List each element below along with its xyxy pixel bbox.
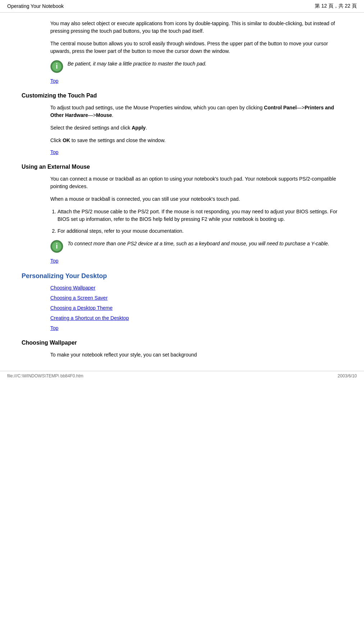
top-link-2[interactable]: Top — [50, 149, 59, 155]
section2-para2: When a mouse or trackball is connected, … — [50, 195, 342, 203]
page-title: Operating Your Notebook — [7, 3, 64, 9]
link-creating-shortcut[interactable]: Creating a Shortcut on the Desktop — [50, 315, 342, 321]
link-choosing-desktop-theme[interactable]: Choosing a Desktop Theme — [50, 305, 342, 311]
bold-mouse: Mouse — [96, 112, 112, 118]
page-header: Operating Your Notebook 第 12 頁，共 22 頁 — [0, 0, 364, 13]
svg-text:i: i — [56, 62, 58, 70]
top-link-4[interactable]: Top — [50, 325, 59, 331]
section1-heading: Customizing the Touch Pad — [22, 92, 342, 99]
para1-block: You may also select object or execute ap… — [22, 20, 342, 55]
link-choosing-wallpaper[interactable]: Choosing Wallpaper — [50, 285, 342, 291]
section2-para1: You can connect a mouse or trackball as … — [50, 175, 342, 190]
section1-content: To adjust touch pad settings, use the Mo… — [22, 104, 342, 144]
page-footer: file:///C:\WINDOWS\TEMP\ bb84F0.htm 2003… — [0, 371, 364, 381]
link-choosing-screen-saver[interactable]: Choosing a Screen Saver — [50, 295, 342, 301]
section1-para3: Click OK to save the settings and close … — [50, 137, 342, 144]
main-content: You may also select object or execute ap… — [0, 13, 364, 371]
bold-ok: OK — [63, 137, 70, 143]
footer-date: 2003/6/10 — [338, 373, 357, 378]
top-link-1[interactable]: Top — [50, 78, 59, 84]
note1-text: Be patient, it may take a little practic… — [68, 60, 207, 68]
section1-para2: Select the desired settings and click Ap… — [50, 124, 342, 132]
para1: You may also select object or execute ap… — [50, 20, 342, 35]
note-icon-1: i — [50, 60, 63, 73]
para2: The central mouse button allows you to s… — [50, 40, 342, 55]
section1-para1: To adjust touch pad settings, use the Mo… — [50, 104, 342, 119]
list-item: For additional steps, refer to your mous… — [57, 227, 342, 235]
note1-block: i Be patient, it may take a little pract… — [22, 60, 342, 73]
section2-heading: Using an External Mouse — [22, 164, 342, 170]
list-item: Attach the PS/2 mouse cable to the PS/2 … — [57, 208, 342, 223]
note2-text: To connect more than one PS2 device at a… — [68, 240, 329, 248]
section4-para1: To make your notebook reflect your style… — [50, 351, 342, 359]
section4-heading: Choosing Wallpaper — [22, 340, 342, 346]
section2-content: You can connect a mouse or trackball as … — [22, 175, 342, 203]
section4-content: To make your notebook reflect your style… — [22, 351, 342, 359]
footer-url: file:///C:\WINDOWS\TEMP\ bb84F0.htm — [7, 373, 83, 378]
svg-text:i: i — [56, 242, 58, 250]
section3-heading: Personalizing Your Desktop — [22, 272, 342, 280]
bold-control-panel: Control Panel — [264, 105, 297, 110]
bold-apply: Apply — [132, 125, 146, 131]
section2-list: Attach the PS/2 mouse cable to the PS/2 … — [22, 208, 342, 235]
top-link-3[interactable]: Top — [50, 258, 59, 264]
page-number: 第 12 頁，共 22 頁 — [315, 3, 357, 9]
note2-block: i To connect more than one PS2 device at… — [22, 240, 342, 253]
note-icon-2: i — [50, 240, 63, 253]
